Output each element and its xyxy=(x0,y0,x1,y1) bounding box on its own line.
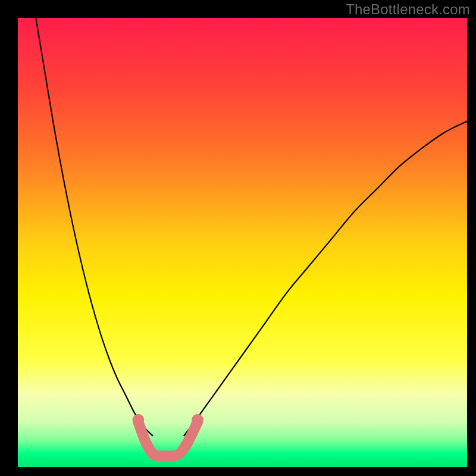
watermark-text: TheBottleneck.com xyxy=(346,1,470,18)
plot-background-gradient xyxy=(18,18,467,467)
plot-background-wrap xyxy=(18,18,467,467)
chart-frame: TheBottleneck.com xyxy=(0,0,476,476)
svg-rect-0 xyxy=(18,18,467,467)
